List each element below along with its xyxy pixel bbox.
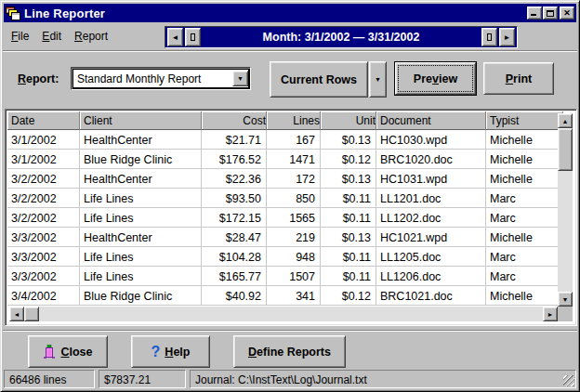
horizontal-scroll-thumb[interactable] [24,307,39,321]
report-table: DateClientCostLinesUnitDocumentTypist 3/… [5,109,577,326]
column-header-date[interactable]: Date [7,111,80,130]
print-button[interactable]: Print [483,62,554,95]
next-step-button[interactable] [481,28,497,46]
line-reporter-window: Line Reporter ✕ File Edit Report ◄ Month… [0,0,580,392]
column-header-typist[interactable]: Typist [486,111,563,130]
table-row[interactable]: 3/4/2002Blue Ridge Clinic$40.92341$0.12B… [7,286,563,306]
caption-buttons: ✕ [526,7,574,20]
table-row[interactable]: 3/2/2002Life Lines$93.50850$0.11LL1201.d… [7,189,563,208]
menu-file[interactable]: File [6,28,34,45]
table-row[interactable]: 3/2/2002HealthCenter$22.36172$0.13HC1031… [7,169,563,189]
minimize-button[interactable] [527,7,542,20]
arrow-down-icon: ▼ [562,296,569,303]
menu-report[interactable]: Report [69,28,113,45]
close-icon: ✕ [563,9,571,18]
report-select-arrow-button[interactable]: ▼ [232,71,248,86]
table-cell: Life Lines [80,267,202,286]
status-journal-text: Journal: C:\InstText\Log\Journal.txt [195,373,367,386]
arrow-left-icon: ◄ [14,311,20,318]
table-cell: $40.92 [202,286,267,306]
table-row[interactable]: 3/3/2002Life Lines$104.28948$0.11LL1205.… [7,247,563,267]
scrollbar-corner [558,307,573,321]
maximize-button[interactable] [543,7,558,20]
table-cell: 1507 [267,267,321,286]
column-header-client[interactable]: Client [80,111,202,130]
app-icon [6,7,20,20]
table-cell: Michelle [486,286,563,306]
table-row[interactable]: 3/1/2002HealthCenter$21.71167$0.13HC1030… [7,130,563,150]
table-cell: Marc [486,247,563,267]
arrow-right-icon: ► [504,33,511,42]
table-cell: $0.13 [321,169,376,189]
separator [3,50,577,52]
table-cell: $104.28 [202,247,267,267]
horizontal-scroll-track[interactable] [39,307,543,321]
current-rows-button[interactable]: Current Rows [270,61,368,98]
help-button[interactable]: ? Help [131,335,210,368]
scroll-up-button[interactable]: ▲ [558,113,573,128]
prev-month-button[interactable]: ◄ [167,28,183,46]
help-label: Help [165,346,190,359]
table-cell: $0.11 [321,189,376,208]
table-cell: 3/2/2002 [7,169,80,189]
prev-step-button[interactable] [185,28,201,46]
table-row[interactable]: 3/2/2002Life Lines$172.151565$0.11LL1202… [7,208,563,228]
next-month-button[interactable]: ► [499,28,515,46]
table-cell: Marc [486,267,563,286]
table-cell: HealthCenter [80,169,202,189]
table-cell: $22.36 [202,169,267,189]
arrow-right-icon: ► [547,311,554,318]
table-cell: LL1206.doc [376,267,486,286]
table-cell: $0.13 [321,228,376,247]
table-cell: $0.11 [321,247,376,267]
table-cell: $93.50 [202,189,267,208]
resize-grip[interactable] [563,375,574,386]
close-window-button[interactable]: ✕ [560,7,574,20]
vertical-scrollbar[interactable]: ▲ ▼ [558,113,573,307]
focus-rect [399,66,472,91]
column-header-document[interactable]: Document [376,111,486,130]
title-bar: Line Reporter ✕ [4,4,576,22]
table-row[interactable]: 3/1/2002Blue Ridge Clinic$176.521471$0.1… [7,150,563,169]
table-cell: 3/1/2002 [7,130,80,150]
table-cell: 219 [267,228,321,247]
table-cell: LL1201.doc [376,189,486,208]
current-rows-label: Current Rows [281,73,357,86]
table-cell: 3/3/2002 [7,247,80,267]
arrow-up-icon: ▲ [562,118,569,124]
table-cell: 3/2/2002 [7,208,80,228]
define-reports-button[interactable]: Define Reports [233,335,346,368]
table-cell: 3/4/2002 [7,286,80,306]
table-row[interactable]: 3/3/2002Life Lines$165.771507$0.11LL1206… [7,267,563,286]
close-button[interactable]: Close [28,335,108,368]
table-cell: HC1021.wpd [376,228,486,247]
table-cell: LL1202.doc [376,208,486,228]
table-row[interactable]: 3/3/2002HealthCenter$28.47219$0.13HC1021… [7,228,563,247]
table-cell: 167 [267,130,321,150]
horizontal-scrollbar[interactable]: ◄ ► [9,307,558,321]
column-header-cost[interactable]: Cost [202,111,267,130]
column-header-unit[interactable]: Unit [321,111,376,130]
close-label: Close [60,346,92,359]
preview-button[interactable]: Preview [395,62,476,95]
scroll-down-button[interactable]: ▼ [558,292,573,307]
table-cell: BRC1020.doc [376,150,486,169]
scroll-left-button[interactable]: ◄ [9,307,24,321]
table-cell: Michelle [486,228,563,247]
month-range-label: Month: 3/1/2002 — 3/31/2002 [202,31,481,44]
table-cell: 3/1/2002 [7,150,80,169]
arrow-left-icon: ◄ [172,33,179,42]
table-cell: $0.13 [321,130,376,150]
table-cell: Michelle [486,150,563,169]
current-rows-dropdown-button[interactable]: ▼ [369,61,387,98]
minimize-icon [531,14,536,16]
menu-edit[interactable]: Edit [36,28,67,45]
column-header-lines[interactable]: Lines [267,111,321,130]
status-total: $7837.21 [99,370,186,388]
table-cell: HC1030.wpd [376,130,486,150]
table-cell: BRC1021.doc [376,286,486,306]
table-cell: 3/2/2002 [7,189,80,208]
vertical-scroll-thumb[interactable] [558,128,573,171]
scroll-right-button[interactable]: ► [543,307,558,321]
report-select[interactable]: Standard Monthly Report ▼ [71,67,251,90]
